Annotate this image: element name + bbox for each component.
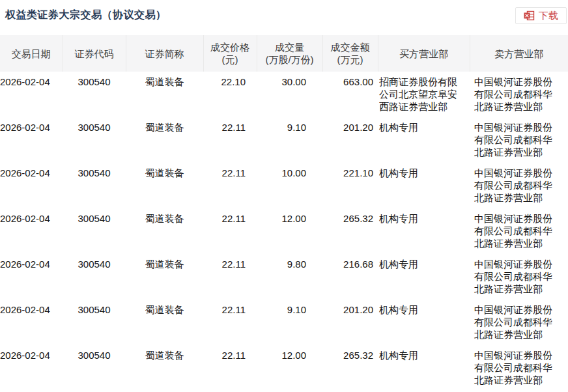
cell-volume: 10.00 [257,163,322,208]
column-header-price: 成交价格 (元) [203,35,257,72]
download-button-label: 下载 [539,10,558,22]
cell-price: 22.11 [203,300,257,345]
cell-seller-branch: 中国银河证券股份有限公司成都科华北路证券营业部 [470,72,568,117]
cell-security-name: 蜀道装备 [126,208,203,254]
cell-trade-date: 2026-02-04 [0,254,63,300]
page-title: 权益类证券大宗交易（协议交易） [5,8,167,22]
cell-amount: 216.68 [322,254,378,300]
cell-trade-date: 2026-02-04 [0,117,63,163]
excel-file-icon [524,10,535,21]
cell-volume: 9.80 [257,254,322,300]
cell-price: 22.11 [203,117,257,163]
cell-buyer-branch: 机构专用 [378,254,470,300]
cell-volume: 9.10 [257,300,322,345]
column-header-trade-date: 交易日期 [0,35,63,72]
cell-security-code: 300540 [63,254,126,300]
cell-security-name: 蜀道装备 [126,300,203,345]
column-header-security-name: 证券简称 [126,35,203,72]
cell-seller-branch: 中国银河证券股份有限公司成都科华北路证券营业部 [470,163,568,208]
cell-price: 22.11 [203,163,257,208]
table-row: 2026-02-04 300540 蜀道装备 22.11 9.10 201.20… [0,117,568,163]
cell-security-code: 300540 [63,208,126,254]
cell-security-code: 300540 [63,72,126,117]
column-header-volume: 成交量 (万股/万份) [257,35,322,72]
table-row: 2026-02-04 300540 蜀道装备 22.11 10.00 221.1… [0,163,568,208]
cell-security-name: 蜀道装备 [126,163,203,208]
cell-price: 22.10 [203,72,257,117]
cell-buyer-branch: 机构专用 [378,117,470,163]
cell-security-name: 蜀道装备 [126,254,203,300]
cell-seller-branch: 中国银河证券股份有限公司成都科华北路证券营业部 [470,208,568,254]
cell-buyer-branch: 机构专用 [378,208,470,254]
cell-trade-date: 2026-02-04 [0,300,63,345]
cell-amount: 265.32 [322,345,378,391]
cell-security-code: 300540 [63,163,126,208]
cell-seller-branch: 中国银河证券股份有限公司成都科华北路证券营业部 [470,345,568,391]
page-header: 权益类证券大宗交易（协议交易） 下载 [0,0,568,35]
cell-amount: 201.20 [322,117,378,163]
cell-security-name: 蜀道装备 [126,345,203,391]
column-header-seller-branch: 卖方营业部 [470,35,568,72]
cell-security-code: 300540 [63,300,126,345]
cell-seller-branch: 中国银河证券股份有限公司成都科华北路证券营业部 [470,300,568,345]
download-button[interactable]: 下载 [515,7,567,24]
cell-trade-date: 2026-02-04 [0,163,63,208]
cell-security-name: 蜀道装备 [126,72,203,117]
cell-volume: 12.00 [257,208,322,254]
cell-security-code: 300540 [63,117,126,163]
cell-price: 22.11 [203,345,257,391]
cell-security-name: 蜀道装备 [126,117,203,163]
cell-volume: 12.00 [257,345,322,391]
cell-amount: 201.20 [322,300,378,345]
block-trades-table: 交易日期 证券代码 证券简称 成交价格 (元) 成交量 (万股/万份) 成交金额… [0,35,568,391]
cell-volume: 30.00 [257,72,322,117]
cell-price: 22.11 [203,254,257,300]
column-header-amount: 成交金额 (万元) [322,35,378,72]
cell-seller-branch: 中国银河证券股份有限公司成都科华北路证券营业部 [470,117,568,163]
cell-seller-branch: 中国银河证券股份有限公司成都科华北路证券营业部 [470,254,568,300]
cell-buyer-branch: 机构专用 [378,300,470,345]
table-row: 2026-02-04 300540 蜀道装备 22.11 9.10 201.20… [0,300,568,345]
cell-buyer-branch: 招商证券股份有限公司北京望京阜安西路证券营业部 [378,72,470,117]
table-row: 2026-02-04 300540 蜀道装备 22.11 12.00 265.3… [0,345,568,391]
cell-amount: 265.32 [322,208,378,254]
cell-security-code: 300540 [63,345,126,391]
cell-amount: 663.00 [322,72,378,117]
cell-trade-date: 2026-02-04 [0,208,63,254]
cell-trade-date: 2026-02-04 [0,345,63,391]
column-header-security-code: 证券代码 [63,35,126,72]
table-row: 2026-02-04 300540 蜀道装备 22.10 30.00 663.0… [0,72,568,117]
cell-volume: 9.10 [257,117,322,163]
cell-trade-date: 2026-02-04 [0,72,63,117]
column-header-buyer-branch: 买方营业部 [378,35,470,72]
cell-amount: 221.10 [322,163,378,208]
cell-price: 22.11 [203,208,257,254]
cell-buyer-branch: 机构专用 [378,345,470,391]
table-row: 2026-02-04 300540 蜀道装备 22.11 12.00 265.3… [0,208,568,254]
table-header-row: 交易日期 证券代码 证券简称 成交价格 (元) 成交量 (万股/万份) 成交金额… [0,35,568,72]
cell-buyer-branch: 机构专用 [378,163,470,208]
table-row: 2026-02-04 300540 蜀道装备 22.11 9.80 216.68… [0,254,568,300]
